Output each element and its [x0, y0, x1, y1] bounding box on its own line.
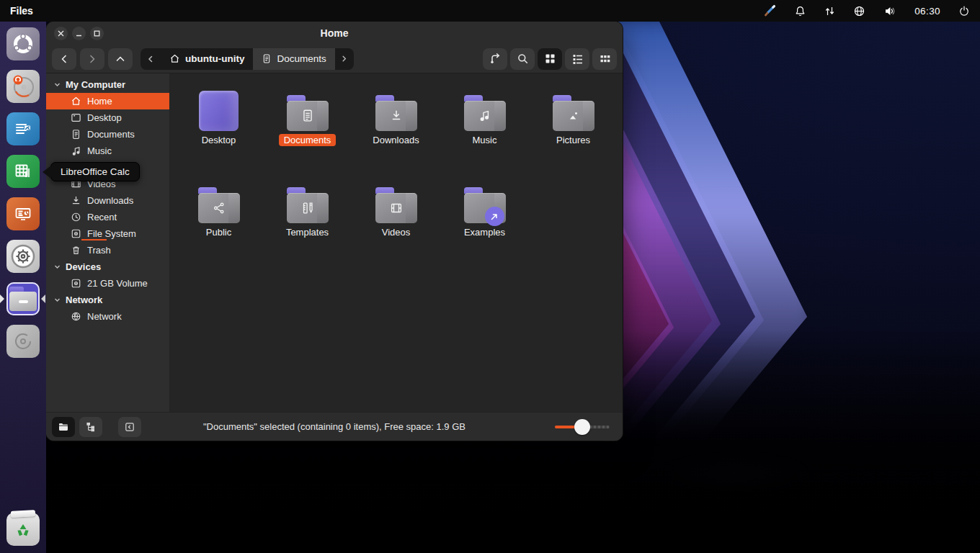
documents-icon: [71, 129, 81, 140]
breadcrumb-documents-label: Documents: [277, 53, 326, 64]
grid-view-icon: [544, 53, 556, 65]
globe-language-icon[interactable]: [853, 5, 865, 17]
file-item-pictures[interactable]: Pictures: [529, 85, 618, 177]
file-item-music[interactable]: Music: [440, 85, 529, 177]
places-folder-icon: [58, 421, 69, 433]
trash-icon: [6, 513, 40, 546]
hide-sidebar-button[interactable]: [118, 417, 141, 437]
dock-focused-pip: [37, 295, 45, 303]
up-button[interactable]: [108, 48, 133, 70]
sidebar-item-label: Music: [87, 145, 112, 156]
compact-view-icon: [599, 53, 611, 65]
file-label: Downloads: [368, 134, 424, 146]
file-item-documents[interactable]: Documents: [263, 85, 352, 177]
chevron-down-icon: [53, 263, 61, 271]
view-buttons: [483, 48, 617, 70]
settings-gear-icon: [6, 240, 40, 273]
sidebar-item-volume[interactable]: 21 GB Volume: [46, 275, 169, 292]
dock-item-libreoffice-writer[interactable]: [6, 112, 40, 145]
dock-item-disks[interactable]: [6, 325, 40, 358]
sidebar-item-recent[interactable]: Recent: [46, 209, 169, 225]
sidebar-item-label: Network: [87, 311, 122, 322]
downloads-icon: [71, 195, 81, 206]
compact-view-button[interactable]: [592, 48, 617, 70]
grid-view-button[interactable]: [538, 48, 562, 70]
file-item-public[interactable]: Public: [174, 177, 263, 269]
minimize-button[interactable]: [72, 27, 86, 40]
enter-location-button[interactable]: [483, 48, 507, 70]
dock-item-files[interactable]: [6, 282, 40, 315]
places-view-button[interactable]: [52, 417, 75, 437]
up-icon: [114, 53, 127, 66]
zoom-slider[interactable]: [555, 419, 610, 435]
examples-folder-icon: [464, 187, 506, 223]
dock-item-installer[interactable]: [6, 70, 40, 103]
sidebar-item-trash[interactable]: Trash: [46, 242, 169, 258]
dock-running-pip: [0, 295, 9, 303]
link-emblem-icon: [485, 207, 504, 226]
maximize-button[interactable]: [90, 27, 104, 40]
dock-item-ubuntu[interactable]: [6, 27, 40, 60]
path-scroll-left-button[interactable]: [141, 48, 161, 70]
tree-view-button[interactable]: [79, 417, 102, 437]
network-traffic-icon[interactable]: [824, 5, 835, 17]
home-icon: [169, 53, 180, 64]
path-bar: ubuntu-unity Documents: [141, 48, 354, 70]
file-view[interactable]: Desktop Documents: [170, 73, 623, 412]
file-item-examples[interactable]: Examples: [440, 177, 529, 269]
sidebar-section-network[interactable]: Network: [46, 292, 169, 308]
breadcrumb-home-label: ubuntu-unity: [185, 53, 244, 64]
close-button[interactable]: [54, 27, 68, 40]
file-label: Public: [201, 226, 236, 238]
section-header-label: My Computer: [66, 79, 125, 90]
chevron-down-icon: [53, 296, 61, 304]
power-icon[interactable]: [958, 5, 970, 17]
forward-button[interactable]: [80, 48, 104, 70]
files-folder-icon: [9, 287, 37, 311]
titlebar[interactable]: Home: [46, 22, 623, 45]
sidebar-item-label: Downloads: [87, 195, 133, 206]
sidebar-item-label: Recent: [87, 212, 117, 222]
chevron-down-icon: [53, 81, 61, 89]
file-system-underline: [81, 239, 107, 240]
sidebar-section-devices[interactable]: Devices: [46, 258, 169, 275]
sidebar-item-music[interactable]: Music: [46, 143, 169, 159]
sidebar-item-home[interactable]: Home: [46, 93, 169, 109]
tooltip-arrow: [43, 166, 51, 179]
list-view-button[interactable]: [565, 48, 589, 70]
search-button[interactable]: [510, 48, 535, 70]
back-button[interactable]: [52, 48, 76, 70]
file-item-downloads[interactable]: Downloads: [352, 85, 440, 177]
dock-item-libreoffice-calc[interactable]: [6, 155, 40, 188]
file-label: Pictures: [551, 134, 595, 146]
file-label-selected: Documents: [279, 134, 337, 146]
back-icon: [58, 53, 71, 66]
breadcrumb-documents-segment[interactable]: Documents: [253, 48, 334, 70]
window-controls: [54, 27, 104, 40]
clock[interactable]: 06:30: [914, 6, 940, 17]
file-item-templates[interactable]: Templates: [263, 177, 352, 269]
active-app-name[interactable]: Files: [10, 5, 33, 17]
music-folder-icon: [464, 95, 506, 131]
file-item-videos[interactable]: Videos: [352, 177, 440, 269]
notifications-bell-icon[interactable]: [794, 5, 806, 17]
sidebar-item-network[interactable]: Network: [46, 308, 169, 325]
breadcrumb-home-segment[interactable]: ubuntu-unity: [161, 48, 253, 70]
breadcrumb-next-button[interactable]: [335, 48, 354, 70]
sidebar-section-my-computer[interactable]: My Computer: [46, 76, 169, 93]
dock-item-trash[interactable]: [6, 513, 40, 546]
sidebar-item-downloads[interactable]: Downloads: [46, 192, 169, 209]
disk-icon: [71, 278, 81, 289]
dock-item-libreoffice-impress[interactable]: [6, 197, 40, 230]
dock-item-settings[interactable]: [6, 240, 40, 273]
zoom-slider-knob[interactable]: [574, 419, 590, 435]
pictures-folder-icon: [553, 95, 594, 131]
sidebar-item-label: Desktop: [87, 112, 122, 123]
sidebar-item-desktop[interactable]: Desktop: [46, 109, 169, 126]
color-picker-icon[interactable]: [763, 4, 776, 17]
sidebar-item-file-system[interactable]: File System: [46, 225, 169, 242]
file-item-desktop[interactable]: Desktop: [174, 85, 263, 177]
toolbar: ubuntu-unity Documents: [46, 45, 623, 73]
volume-icon[interactable]: [883, 5, 896, 17]
sidebar-item-documents[interactable]: Documents: [46, 126, 169, 143]
